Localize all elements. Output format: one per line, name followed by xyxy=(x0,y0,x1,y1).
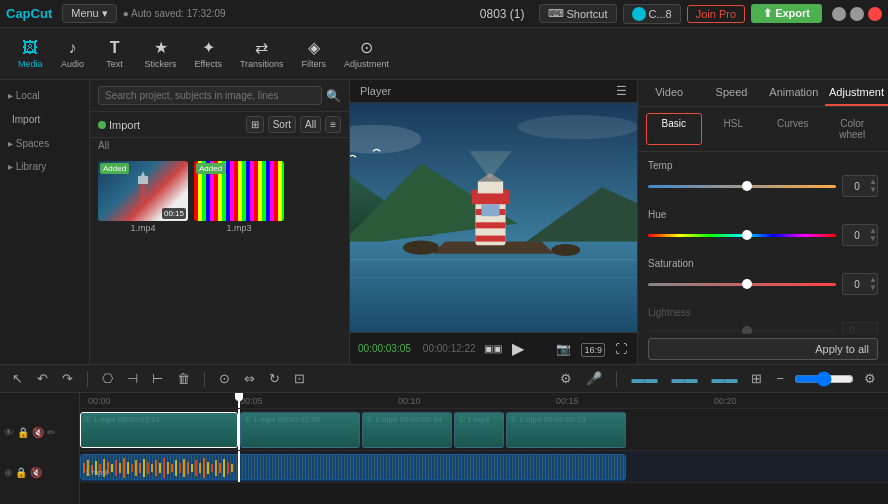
view-toggle-button[interactable]: ⊞ xyxy=(246,116,264,133)
import-button[interactable]: Import xyxy=(98,119,140,131)
settings-button[interactable]: ⚙ xyxy=(860,369,880,388)
temp-decrement-button[interactable]: ▼ xyxy=(869,186,877,194)
video-clip-3[interactable]: ① 1.mp4 00:00:02:14 xyxy=(362,412,452,448)
filter-options-button[interactable]: ≡ xyxy=(325,116,341,133)
zoom-slider[interactable] xyxy=(794,371,854,387)
hue-slider-track[interactable] xyxy=(648,234,836,237)
track-audio-btn[interactable]: ▬▬ xyxy=(707,369,741,388)
tool-audio[interactable]: ♪ Audio xyxy=(53,35,93,73)
video-track-eye-icon[interactable]: 👁 xyxy=(4,427,14,438)
maximize-button[interactable] xyxy=(850,7,864,21)
play-button[interactable]: ▶ xyxy=(510,337,526,360)
saturation-value-input[interactable] xyxy=(845,279,869,290)
svg-rect-52 xyxy=(187,462,189,474)
video-track-edit-icon[interactable]: ✏ xyxy=(47,427,55,438)
player-menu-icon[interactable]: ☰ xyxy=(616,84,627,98)
video-track-lock-icon[interactable]: 🔒 xyxy=(17,427,29,438)
apply-to-all-button[interactable]: Apply to all xyxy=(648,338,878,360)
tab-speed[interactable]: Speed xyxy=(700,80,762,106)
join-pro-button[interactable]: Join Pro xyxy=(687,5,745,23)
track-video-btn[interactable]: ▬▬ xyxy=(627,369,661,388)
temp-value-input[interactable] xyxy=(845,181,869,192)
total-time-display: 00:00:12:22 xyxy=(423,343,476,354)
video-track-mute-icon[interactable]: 🔇 xyxy=(32,427,44,438)
video-clip-2[interactable]: ① 1.mp4 00:00:02:26 xyxy=(240,412,360,448)
audio-track-lock-icon[interactable]: 🔒 xyxy=(15,467,27,478)
tab-animation[interactable]: Animation xyxy=(763,80,825,106)
export-button[interactable]: ⬆ Export xyxy=(751,4,822,23)
saturation-decrement-button[interactable]: ▼ xyxy=(869,284,877,292)
local-section-title[interactable]: ▸ Local xyxy=(4,88,85,103)
split-button[interactable]: ⎔ xyxy=(98,369,117,388)
svg-rect-22 xyxy=(481,204,499,216)
spaces-section-title[interactable]: ▸ Spaces xyxy=(4,136,85,151)
fullscreen-button[interactable]: ⛶ xyxy=(613,340,629,358)
library-section-title[interactable]: ▸ Library xyxy=(4,159,85,174)
main-area: ▸ Local Import ▸ Spaces ▸ Library 🔍 Impo… xyxy=(0,80,888,364)
tool-effects[interactable]: ✦ Effects xyxy=(187,34,230,73)
minimize-button[interactable] xyxy=(832,7,846,21)
shortcut-button[interactable]: ⌨ Shortcut xyxy=(539,4,617,23)
rotate-button[interactable]: ↻ xyxy=(265,369,284,388)
video-clip-5[interactable]: ① 1.mp4 00:00:02:13 xyxy=(506,412,626,448)
record-button[interactable]: ⊙ xyxy=(215,369,234,388)
all-filter-button[interactable]: All xyxy=(300,116,321,133)
import-item[interactable]: Import xyxy=(4,111,85,128)
select-tool-button[interactable]: ↖ xyxy=(8,369,27,388)
hue-decrement-button[interactable]: ▼ xyxy=(869,235,877,243)
svg-rect-63 xyxy=(231,464,233,472)
temp-slider-row: ▲ ▼ xyxy=(648,175,878,197)
zoom-minus-button[interactable]: − xyxy=(772,369,788,388)
toolbar-separator-2 xyxy=(204,371,205,387)
tool-media[interactable]: 🖼 Media xyxy=(10,35,51,73)
undo-button[interactable]: ↶ xyxy=(33,369,52,388)
audio-track-mute-icon[interactable]: 🔇 xyxy=(30,467,42,478)
clip-settings-button[interactable]: ⚙ xyxy=(556,369,576,388)
snapshot-button[interactable]: 📷 xyxy=(554,340,573,358)
sort-button[interactable]: Sort xyxy=(268,116,296,133)
frame-back-button[interactable]: ▣▣ xyxy=(482,341,504,356)
tool-text[interactable]: T Text xyxy=(95,35,135,73)
track-area: 00:00 00:05 00:10 00:15 00:20 ① 1.mp4 00… xyxy=(80,393,888,504)
audio-track-plus-icon[interactable]: ⊕ xyxy=(4,467,12,478)
tool-transitions[interactable]: ⇄ Transitions xyxy=(232,34,292,73)
subtab-curves[interactable]: Curves xyxy=(765,113,821,145)
tool-stickers[interactable]: ★ Stickers xyxy=(137,34,185,73)
media-item-2[interactable]: Added 1.mp3 xyxy=(194,161,284,356)
tool-adjustment[interactable]: ⊙ Adjustment xyxy=(336,34,397,73)
track-zoom-in-btn[interactable]: ▬▬ xyxy=(667,369,701,388)
delete-button[interactable]: 🗑 xyxy=(173,369,194,388)
user-button[interactable]: C...8 xyxy=(623,4,681,24)
video-clip-4[interactable]: ① 1.mp4 xyxy=(454,412,504,448)
svg-rect-35 xyxy=(119,463,121,473)
media-search-input[interactable] xyxy=(98,86,322,105)
subtab-basic[interactable]: Basic xyxy=(646,113,702,145)
mirror-button[interactable]: ⇔ xyxy=(240,369,259,388)
trim-end-button[interactable]: ⊢ xyxy=(148,369,167,388)
toolbar-separator-3 xyxy=(616,371,617,387)
trim-start-button[interactable]: ⊣ xyxy=(123,369,142,388)
redo-button[interactable]: ↷ xyxy=(58,369,77,388)
aspect-ratio-button[interactable]: 16:9 xyxy=(579,340,607,358)
tool-filters[interactable]: ◈ Filters xyxy=(294,34,335,73)
temp-slider-track[interactable] xyxy=(648,185,836,188)
link-button[interactable]: ⊞ xyxy=(747,369,766,388)
saturation-slider-track[interactable] xyxy=(648,283,836,286)
temp-slider-thumb[interactable] xyxy=(742,181,752,191)
hue-value-input[interactable] xyxy=(845,230,869,241)
tab-video[interactable]: Video xyxy=(638,80,700,106)
tab-adjustment[interactable]: Adjustment xyxy=(825,80,888,106)
media-item-1[interactable]: Added 00:15 1.mp4 xyxy=(98,161,188,356)
subtab-colorwheel[interactable]: Color wheel xyxy=(825,113,881,145)
close-button[interactable] xyxy=(868,7,882,21)
crop-button[interactable]: ⊡ xyxy=(290,369,309,388)
menu-button[interactable]: Menu ▾ xyxy=(62,4,117,23)
playhead-top xyxy=(235,393,243,401)
mic-button[interactable]: 🎤 xyxy=(582,369,606,388)
hue-slider-thumb[interactable] xyxy=(742,230,752,240)
svg-rect-56 xyxy=(203,458,205,478)
audio-clip-1[interactable]: 1.mp3 xyxy=(80,454,626,480)
video-clip-1[interactable]: ① 1.mp4 00:00:03:21 xyxy=(80,412,238,448)
subtab-hsl[interactable]: HSL xyxy=(706,113,762,145)
saturation-slider-thumb[interactable] xyxy=(742,279,752,289)
